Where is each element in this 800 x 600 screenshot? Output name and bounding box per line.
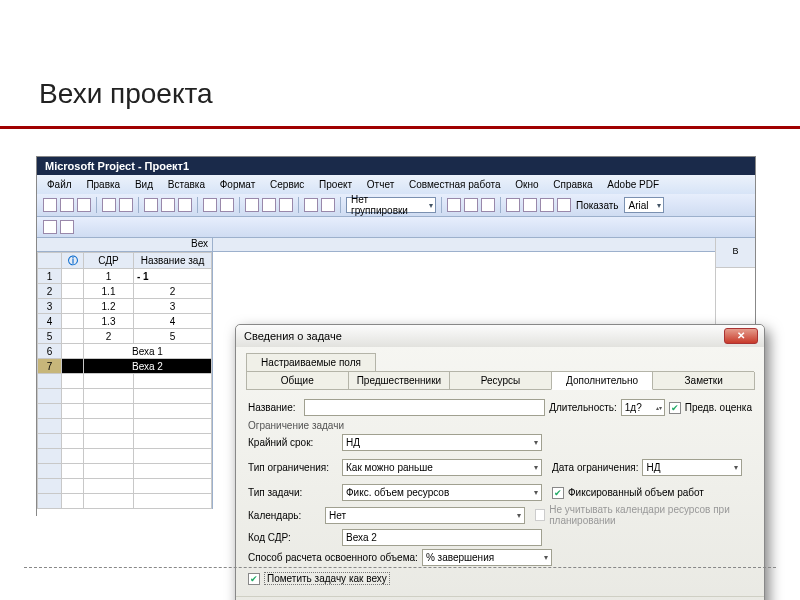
group-combo[interactable]: Нет группировки	[346, 197, 436, 213]
open-icon[interactable]	[60, 198, 74, 212]
info-icon[interactable]	[304, 198, 318, 212]
notes-icon[interactable]	[321, 198, 335, 212]
copy-icon[interactable]	[161, 198, 175, 212]
indent-icon[interactable]	[523, 198, 537, 212]
col-sdr[interactable]: СДР	[84, 253, 134, 269]
slide-title: Вехи проекта	[39, 78, 749, 110]
menu-collab[interactable]: Совместная работа	[403, 177, 507, 192]
menu-tools[interactable]: Сервис	[264, 177, 310, 192]
tab-predecessors[interactable]: Предшественники	[348, 372, 451, 390]
dialog-title: Сведения о задаче ✕	[236, 325, 764, 347]
calendar-label: Календарь:	[248, 510, 321, 521]
menu-view[interactable]: Вид	[129, 177, 159, 192]
wbs-input[interactable]	[342, 529, 542, 546]
pdf-mail-icon[interactable]	[60, 220, 74, 234]
milestone-label: Пометить задачу как веху	[264, 572, 390, 585]
menu-format[interactable]: Формат	[214, 177, 262, 192]
collapse-icon[interactable]	[540, 198, 554, 212]
tab-advanced[interactable]: Дополнительно	[551, 372, 654, 390]
menu-help[interactable]: Справка	[547, 177, 598, 192]
menu-adobe[interactable]: Adobe PDF	[601, 177, 665, 192]
menu-project[interactable]: Проект	[313, 177, 358, 192]
ttype-combo[interactable]: Фикс. объем ресурсов	[342, 484, 542, 501]
duration-label: Длительность:	[549, 402, 617, 413]
constraint-section: Ограничение задачи	[248, 420, 752, 431]
prelim-label: Предв. оценка	[685, 402, 752, 413]
unlink-icon[interactable]	[262, 198, 276, 212]
zoom-icon[interactable]	[447, 198, 461, 212]
new-icon[interactable]	[43, 198, 57, 212]
fixed-work-label: Фиксированный объем работ	[568, 487, 704, 498]
task-grid[interactable]: ⓘ СДР Название зад 11- 1 21.12 31.23 41.…	[37, 252, 212, 509]
prelim-checkbox[interactable]: ✔	[669, 402, 681, 414]
toolbar-standard: Нет группировки Показать Arial	[37, 194, 755, 217]
fixed-work-checkbox[interactable]: ✔	[552, 487, 564, 499]
split-caption: Вех	[37, 238, 212, 252]
menu-bar: Файл Правка Вид Вставка Формат Сервис Пр…	[37, 175, 755, 194]
undo-icon[interactable]	[203, 198, 217, 212]
tab-general[interactable]: Общие	[246, 372, 349, 390]
wbs-label: Код СДР:	[248, 532, 338, 543]
ttype-label: Тип задачи:	[248, 487, 338, 498]
redo-icon[interactable]	[220, 198, 234, 212]
show-label[interactable]: Показать	[574, 200, 621, 211]
ignore-rcal-checkbox	[535, 509, 545, 521]
tab-notes[interactable]: Заметки	[652, 372, 755, 390]
ctype-label: Тип ограничения:	[248, 462, 338, 473]
name-label: Название:	[248, 402, 300, 413]
tab-custom-fields[interactable]: Настраиваемые поля	[246, 353, 376, 372]
selected-row[interactable]: 7Веха 2	[38, 359, 212, 374]
ctype-combo[interactable]: Как можно раньше	[342, 459, 542, 476]
dashed-line	[24, 567, 776, 568]
ev-combo[interactable]: % завершения	[422, 549, 552, 566]
ignore-rcal-label: Не учитывать календари ресурсов при план…	[549, 504, 752, 526]
duration-spin[interactable]: 1д?	[621, 399, 665, 416]
divider-red	[0, 126, 800, 129]
pdf-icon[interactable]	[43, 220, 57, 234]
work-area: Вех ⓘ СДР Название зад 11- 1 21.12 31.	[37, 238, 755, 538]
menu-report[interactable]: Отчет	[361, 177, 400, 192]
col-name[interactable]: Название зад	[134, 253, 212, 269]
preview-icon[interactable]	[119, 198, 133, 212]
msproject-window: Microsoft Project - Проект1 Файл Правка …	[36, 156, 756, 516]
cut-icon[interactable]	[144, 198, 158, 212]
outdent-icon[interactable]	[506, 198, 520, 212]
deadline-combo[interactable]: НД	[342, 434, 542, 451]
print-icon[interactable]	[102, 198, 116, 212]
paste-icon[interactable]	[178, 198, 192, 212]
toolbar-pdf	[37, 217, 755, 238]
save-icon[interactable]	[77, 198, 91, 212]
calendar-combo[interactable]: Нет	[325, 507, 525, 524]
task-info-dialog: Сведения о задаче ✕ Настраиваемые поля О…	[235, 324, 765, 600]
milestone-checkbox[interactable]: ✔	[248, 573, 260, 585]
close-icon[interactable]: ✕	[724, 328, 758, 344]
menu-file[interactable]: Файл	[41, 177, 78, 192]
deadline-label: Крайний срок:	[248, 437, 338, 448]
expand-icon[interactable]	[557, 198, 571, 212]
ev-label: Способ расчета освоенного объема:	[248, 552, 418, 563]
col-info[interactable]: ⓘ	[62, 253, 84, 269]
menu-insert[interactable]: Вставка	[162, 177, 211, 192]
menu-window[interactable]: Окно	[509, 177, 544, 192]
link-icon[interactable]	[245, 198, 259, 212]
cdate-combo[interactable]: НД	[642, 459, 742, 476]
app-titlebar: Microsoft Project - Проект1	[37, 157, 755, 175]
goto-icon[interactable]	[464, 198, 478, 212]
tab-resources[interactable]: Ресурсы	[449, 372, 552, 390]
menu-edit[interactable]: Правка	[80, 177, 126, 192]
font-combo[interactable]: Arial	[624, 197, 664, 213]
name-input[interactable]	[304, 399, 545, 416]
split-icon[interactable]	[279, 198, 293, 212]
help-icon[interactable]	[481, 198, 495, 212]
cdate-label: Дата ограничения:	[552, 462, 638, 473]
